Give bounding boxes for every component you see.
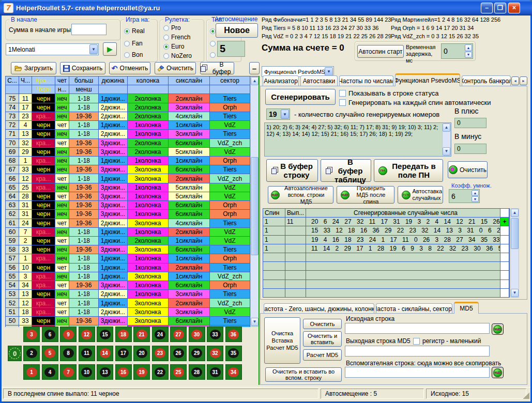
board-cell-8[interactable]: 8 [60,346,77,361]
history-row[interactable]: 6733черннеч19-363дюжи...3колонка6сиклайн… [6,165,259,174]
board-cell-29[interactable]: 29 [189,346,205,361]
history-row[interactable]: 6331черннеч19-363дюжи...1колонка6сиклайн… [6,201,259,210]
history-row[interactable]: 5212кра...чет1-181дюжи...3колонка2сиклай… [6,299,259,307]
radio-icon[interactable] [124,41,130,47]
tab-autobets[interactable]: Автоставки [300,75,338,86]
tab-freq-zero[interactable]: Частота - Zero, шансы, дюжины, колонки [264,303,374,314]
profile-combobox[interactable]: 1Melonati ▼ [6,43,99,55]
clear-button[interactable]: Очистить [155,62,196,74]
board-cell-17[interactable]: 17 [115,346,132,361]
spinner-down-icon[interactable]: ▼ [472,196,479,202]
show-in-status-checkbox[interactable]: Показывать в строке статуса [339,89,439,97]
radio-igra-bon[interactable]: Bon [124,51,143,58]
board-cell-32[interactable]: 32 [207,346,223,361]
radio-icon[interactable] [163,35,169,40]
play-button[interactable]: ▶ [103,42,117,56]
history-row[interactable]: 6612кра...чет1-181дюжи...3колонка2сиклай… [6,174,259,183]
checkbox-icon[interactable] [339,90,346,97]
copy-to-buffer-button[interactable]: В буфер [200,62,234,74]
spin-row[interactable]: 119 4 16 18 23 24 1 17 11 0 26 3 28 27 3… [263,236,509,244]
spin-table-scrollbar[interactable]: ▲ ▼ [510,208,519,298]
board-cell-10[interactable]: 10 [79,364,95,380]
maximize-button[interactable]: ❐ [494,3,506,13]
board-cell-27[interactable]: 27 [170,327,187,342]
delay-spinner[interactable]: 0 ▲ ▼ [441,43,473,59]
tab-functional-psevdoms[interactable]: Функционал PsevdoMS [395,73,460,86]
md5-clear-paste-aux-button[interactable]: Очистить и вставить во вспом. строку [265,367,342,382]
tab-bankroll-control[interactable]: Контроль банкрол [462,75,511,86]
board-cell-11[interactable]: 11 [79,346,95,361]
source-string-input[interactable] [345,323,490,334]
board-cell-33[interactable]: 33 [207,327,223,342]
tab-scroll-left-icon[interactable]: ◄ [511,76,519,85]
board-cell-6[interactable]: 6 [42,327,58,342]
spinner-up-icon[interactable]: ▲ [472,190,479,196]
board-cell-18[interactable]: 18 [115,327,132,342]
board-cell-36[interactable]: 36 [225,327,242,342]
autobet-random-button[interactable]: ГСЧ Автоставка случайных [398,186,443,204]
board-cell-23[interactable]: 23 [152,346,169,361]
radio-ruletka-nozero[interactable]: NoZero [163,52,192,59]
history-row[interactable]: 5610чернчет1-181дюжи...1колонка2сиклайнT… [6,264,259,272]
generated-numbers-textarea[interactable]: 1) 20; 2) 6; 3) 24; 4) 27; 5) 32; 6) 11;… [264,122,451,157]
autofill-md5-button[interactable]: МД5 Автозаполнение вспом. строки МД5 [268,186,333,204]
board-cell-19[interactable]: 19 [133,364,150,380]
checkbox-icon[interactable] [413,338,420,345]
chevron-down-icon[interactable]: ▼ [281,110,289,119]
board-cell-30[interactable]: 30 [189,327,205,342]
board-cell-9[interactable]: 9 [60,327,77,342]
scroll-down-icon[interactable]: ▼ [251,318,259,326]
scroll-up-icon[interactable]: ▲ [443,123,450,132]
board-cell-5[interactable]: 5 [42,346,58,361]
history-row[interactable]: 7511черннеч1-181дюжи...2колонка2сиклайнT… [6,94,259,103]
radio-icon[interactable] [210,41,216,47]
checkbox-icon[interactable] [339,99,346,106]
history-row[interactable]: 592чернчет1-181дюжи...2колонка1сиклайнVd… [6,237,259,245]
radio-igra-real[interactable]: Real [124,27,145,35]
scroll-down-icon[interactable]: ▼ [443,147,450,156]
spin-row[interactable]: 11120 6 24 27 32 11 17 31 19 3 2 4 14 12… [263,218,509,226]
start-sum-input[interactable] [71,24,107,35]
spin-row[interactable] [263,289,509,298]
aux-string-input[interactable] [345,367,490,378]
history-scrollbar[interactable]: ▲ ▼ [250,76,259,327]
generate-button[interactable]: Сгенерировать [265,89,336,105]
md5-big-button[interactable]: ОчисткаВставкаРасчет MD5 [264,317,300,364]
board-cell-14[interactable]: 14 [97,346,113,361]
radio-ruletka-pro[interactable]: Pro [163,24,181,32]
load-button[interactable]: Загрузить [11,62,56,74]
board-cell-7[interactable]: 7 [60,364,77,380]
coef-spinner[interactable]: 6 ▲ ▼ [449,189,480,203]
tab-scroll-right-icon[interactable]: ► [520,76,527,85]
buffer-table-button[interactable]: В буфер таблицу [321,159,371,182]
board-cell-13[interactable]: 13 [97,364,113,380]
md5-calc-button[interactable]: Расчет MD5 [303,349,342,361]
autospin-start-button[interactable]: Автоспин старт [357,45,404,58]
history-row[interactable]: 5118кра...чет1-182дюжи...3колонка3сиклай… [6,308,259,317]
spin-row[interactable] [263,253,509,262]
register-lowercase-checkbox[interactable]: регистр - маленький [413,337,481,345]
board-cell-35[interactable]: 35 [225,346,242,361]
board-cell-0[interactable]: 0 [8,346,22,361]
board-cell-20[interactable]: 20 [133,346,150,361]
spinner-up-icon[interactable]: ▲ [465,44,472,51]
radio-icon[interactable] [163,53,169,59]
buffer-line-button[interactable]: В буфер строку [266,159,318,182]
radio-icon[interactable] [210,28,216,34]
board-cell-21[interactable]: 21 [133,327,150,342]
transfer-to-pn-button[interactable]: ПН Передать в поле ПН [374,159,443,182]
minimize-button[interactable]: – [481,3,493,13]
save-button[interactable]: Сохранить [60,62,105,74]
history-row[interactable]: 7417черннеч1-182дюжи...2колонка3сиклайнO… [6,103,259,112]
resize-grip[interactable] [523,392,529,399]
history-row[interactable]: 6124чернчет19-362дюжи...3колонка4сиклайн… [6,219,259,228]
radio-ruletka-euro[interactable]: Euro [163,43,184,50]
board-cell-25[interactable]: 25 [170,364,187,380]
md5-clear-button[interactable]: Очистить [303,319,342,329]
radio-icon[interactable] [163,44,169,50]
board-cell-34[interactable]: 34 [225,364,242,380]
title-bar[interactable]: 7 HelperRoullet 5.7- create helperroulle… [0,0,532,16]
chevron-down-icon[interactable]: ▼ [325,67,333,76]
board-cell-2[interactable]: 2 [23,346,40,361]
output-string-input[interactable] [345,346,490,357]
